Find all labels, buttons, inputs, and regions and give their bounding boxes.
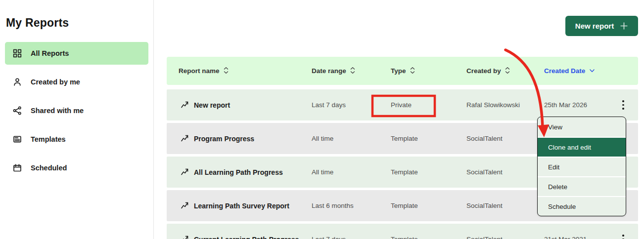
type-cell: Template (391, 168, 466, 176)
sort-both-icon (410, 67, 415, 76)
report-trend-icon (181, 100, 189, 110)
sort-both-icon (350, 67, 355, 76)
column-label: Created by (466, 67, 501, 75)
report-trend-icon (181, 134, 189, 144)
person-icon (12, 77, 22, 87)
created-date-cell: 21st Mar 2021 (544, 236, 617, 239)
plus-icon (620, 22, 628, 30)
type-cell: Template (391, 202, 466, 209)
column-label: Report name (179, 67, 220, 75)
sidebar-item-shared-with-me[interactable]: Shared with me (5, 99, 148, 122)
menu-item-clone-and-edit[interactable]: Clone and edit (538, 137, 626, 157)
menu-item-edit[interactable]: Edit (538, 157, 626, 176)
column-header-type[interactable]: Type (391, 67, 466, 76)
new-report-button[interactable]: New report (565, 16, 638, 36)
type-cell: Private (391, 101, 466, 109)
calendar-icon (12, 163, 22, 173)
sidebar-item-label: Shared with me (31, 107, 84, 115)
sort-both-icon (224, 67, 229, 76)
date-range-cell: All time (312, 135, 391, 142)
created-date-cell: 25th Mar 2026 (544, 101, 617, 109)
page-title: My Reports (6, 16, 153, 30)
sidebar-item-label: Scheduled (31, 164, 67, 172)
type-cell: Template (391, 236, 466, 239)
column-header-date-range[interactable]: Date range (312, 67, 391, 76)
column-header-created-date[interactable]: Created Date (544, 67, 617, 75)
report-name: Learning Path Survey Report (194, 202, 289, 210)
date-range-cell: Last 6 months (312, 202, 391, 209)
created-by-cell: SocialTalent (466, 202, 544, 209)
date-range-cell: Last 7 days (312, 236, 391, 239)
sidebar-item-templates[interactable]: Templates (5, 128, 148, 151)
column-header-report-name[interactable]: Report name (167, 67, 312, 76)
sidebar-item-all-reports[interactable]: All Reports (5, 42, 148, 65)
table-row[interactable]: New report Last 7 days Private Rafal Slo… (167, 89, 638, 120)
report-name: Program Progress (194, 135, 254, 143)
report-trend-icon (181, 235, 189, 239)
created-by-cell: SocialTalent (466, 135, 544, 142)
column-label: Type (391, 67, 406, 75)
row-actions-kebab-icon[interactable] (617, 98, 629, 112)
sidebar-nav: All Reports Created by me Shared with me… (0, 42, 153, 179)
menu-item-schedule[interactable]: Schedule (538, 196, 626, 216)
created-by-cell: SocialTalent (466, 168, 544, 176)
type-cell: Template (391, 135, 466, 142)
date-range-cell: Last 7 days (312, 101, 391, 109)
sidebar-item-label: Created by me (31, 78, 80, 86)
menu-item-delete[interactable]: Delete (538, 176, 626, 196)
sort-both-icon (505, 67, 510, 76)
sidebar: My Reports All Reports Created by me Sha… (0, 0, 154, 239)
sidebar-item-scheduled[interactable]: Scheduled (5, 157, 148, 179)
created-by-cell: Rafal Slowikowski (466, 101, 544, 109)
grid-icon (12, 48, 22, 58)
share-icon (12, 106, 22, 116)
sort-desc-icon (589, 67, 595, 75)
row-actions-context-menu: View Clone and edit Edit Delete Schedule (537, 117, 626, 216)
table-row[interactable]: Current Learning Path Progress Last 7 da… (167, 224, 638, 239)
new-report-button-label: New report (575, 22, 614, 30)
table-header-row: Report name Date range Type Created by C… (167, 57, 638, 85)
sidebar-item-created-by-me[interactable]: Created by me (5, 71, 148, 93)
report-name: Current Learning Path Progress (194, 236, 299, 239)
column-label: Date range (312, 67, 346, 75)
report-trend-icon (181, 201, 189, 211)
column-header-created-by[interactable]: Created by (466, 67, 544, 76)
row-actions-kebab-icon[interactable] (617, 233, 629, 239)
report-name: All Learning Path Progress (194, 168, 283, 176)
column-label: Created Date (544, 67, 585, 75)
sidebar-item-label: All Reports (31, 49, 69, 57)
created-by-cell: SocialTalent (466, 236, 544, 239)
sidebar-item-label: Templates (31, 135, 66, 143)
report-name: New report (194, 101, 230, 109)
templates-icon (12, 134, 22, 144)
report-trend-icon (181, 167, 189, 177)
menu-item-view[interactable]: View (538, 117, 626, 137)
date-range-cell: All time (312, 168, 391, 176)
